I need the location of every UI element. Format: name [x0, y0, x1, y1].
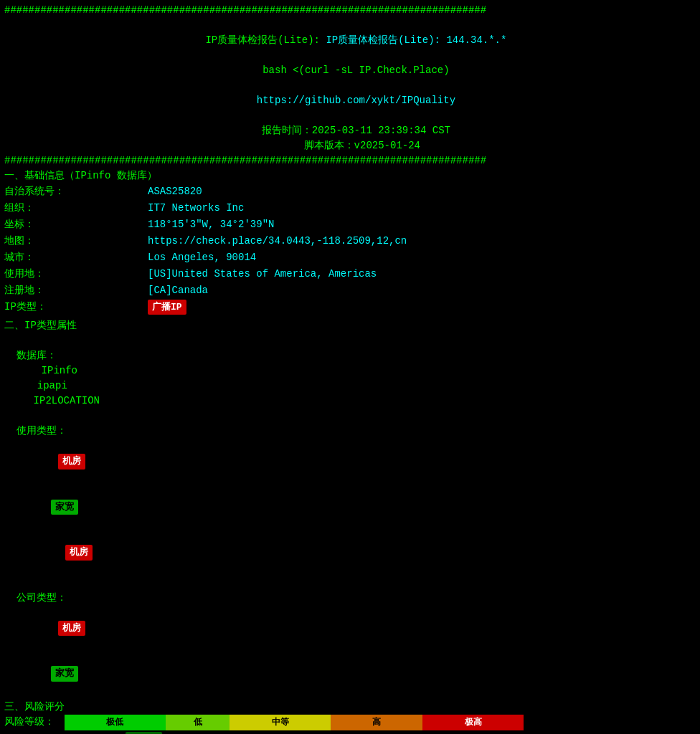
url-line: https://github.com/xykt/IPQuality [4, 78, 696, 108]
coord-label: 坐标： [4, 216, 148, 233]
city-value: Los Angeles, 90014 [148, 249, 407, 266]
risk-seg-low: 低 [166, 715, 230, 730]
report-time-line: 报告时间：2025-03-11 23:39:34 CST 脚本版本：v2025-… [4, 108, 696, 153]
use-region-label: 使用地： [4, 266, 148, 282]
hash-mid: ########################################… [4, 153, 696, 168]
risk-seg-very-high: 极高 [422, 715, 524, 730]
org-label: 组织： [4, 200, 148, 216]
ip-type-label: IP类型： [4, 299, 148, 315]
city-label: 城市： [4, 249, 148, 266]
section2-header: 二、IP类型属性 [4, 318, 696, 333]
map-label: 地图： [4, 233, 148, 249]
type-db-row: 数据库： IPinfo ipapi IP2LOCATION [4, 333, 696, 409]
risk-bar: 极低 低 中等 高 极高 [65, 715, 524, 730]
use-region-value: [US]United States of America, Americas [148, 266, 407, 282]
section3-header: 三、风险评分 [4, 700, 696, 715]
type-company-row: 公司类型： 机房 家宽 [4, 576, 696, 697]
reg-label: 注册地： [4, 282, 148, 299]
map-value: https://check.place/34.0443,-118.2509,12… [148, 233, 407, 249]
asn-label: 自治系统号： [4, 184, 148, 200]
risk-seg-high: 高 [331, 715, 422, 730]
risk-bar-row: 风险等级： 极低 低 中等 高 极高 [4, 715, 696, 730]
risk-seg-very-low: 极低 [65, 715, 166, 730]
section1-header: 一、基础信息（IPinfo 数据库） [4, 168, 696, 184]
risk-seg-medium: 中等 [230, 715, 331, 730]
hash-top: ########################################… [4, 3, 696, 18]
asn-value: ASAS25820 [148, 184, 407, 200]
type-use-row: 使用类型： 机房 家宽 机房 [4, 409, 696, 576]
coord-value: 118°15′3″W, 34°2′39″N [148, 216, 407, 233]
reg-value: [CA]Canada [148, 282, 407, 299]
title-line: IP质量体检报告(Lite): IP质量体检报告(Lite): 144.34.*… [4, 18, 696, 48]
ip-type-badge: 广播IP [148, 299, 407, 315]
cmd-line: bash <(curl -sL IP.Check.Place) [4, 48, 696, 78]
scamalytics-row: SCAMALYTICS: 0 | 低风险 [4, 732, 696, 735]
org-value: IT7 Networks Inc [148, 200, 407, 216]
